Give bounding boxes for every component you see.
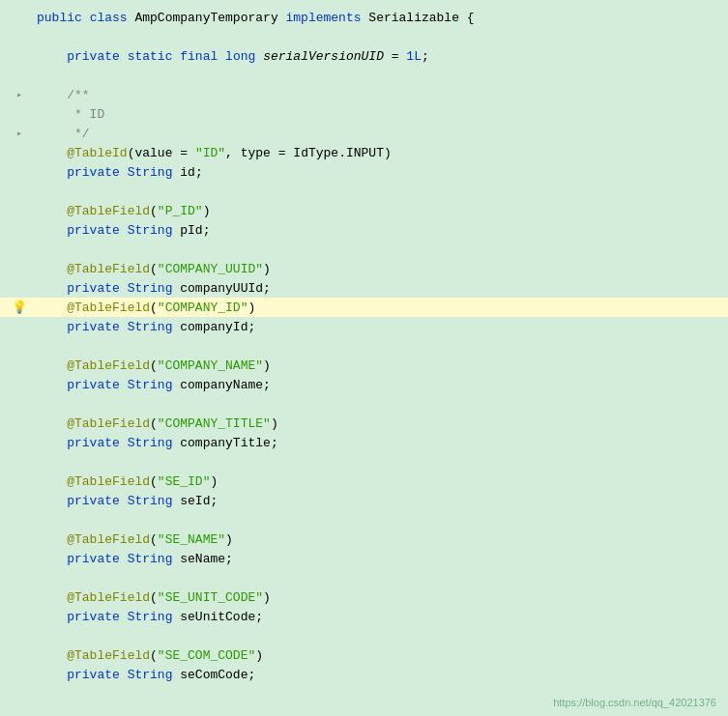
code-line <box>0 452 728 472</box>
code-line: private String seId; <box>0 491 728 510</box>
code-line <box>0 568 728 587</box>
code-line: private String companyId; <box>0 317 728 336</box>
code-line: @TableField("COMPANY_TITLE") <box>0 414 728 433</box>
line-gutter: ▸ <box>10 89 29 100</box>
code-line: @TableField("COMPANY_UUID") <box>0 259 728 278</box>
code-content: @TableField("COMPANY_UUID") <box>33 262 728 276</box>
code-line: * ID <box>0 104 728 124</box>
code-content: private String companyId; <box>33 320 728 334</box>
code-content: @TableField("COMPANY_NAME") <box>33 358 728 373</box>
code-line: @TableField("SE_UNIT_CODE") <box>0 587 728 607</box>
code-line: @TableField("P_ID") <box>0 201 728 220</box>
code-content: private String seComCode; <box>33 668 728 682</box>
code-content: public class AmpCompanyTemporary impleme… <box>33 11 728 25</box>
code-content <box>33 513 728 528</box>
line-gutter: ▸ <box>10 128 29 139</box>
code-line <box>0 626 728 645</box>
code-content <box>33 571 728 586</box>
code-content: @TableField("COMPANY_ID") <box>33 301 728 315</box>
code-content: @TableId(value = "ID", type = IdType.INP… <box>33 146 728 160</box>
code-content: * ID <box>33 107 728 122</box>
code-line: @TableField("SE_NAME") <box>0 530 728 549</box>
code-line: private String seName; <box>0 549 728 568</box>
code-line: private String seUnitCode; <box>0 607 728 626</box>
code-content <box>33 397 728 412</box>
bulb-icon[interactable]: 💡 <box>12 300 27 315</box>
code-content <box>33 339 728 354</box>
code-content: @TableField("SE_UNIT_CODE") <box>33 590 728 605</box>
line-gutter: 💡 <box>10 300 29 315</box>
code-line <box>0 27 728 46</box>
code-content: */ <box>33 127 728 141</box>
code-editor: public class AmpCompanyTemporary impleme… <box>0 0 728 716</box>
code-content <box>33 455 728 470</box>
code-line: 💡 @TableField("COMPANY_ID") <box>0 298 728 317</box>
code-content: @TableField("SE_ID") <box>33 474 728 489</box>
code-line: ▸ */ <box>0 124 728 143</box>
code-content: @TableField("SE_NAME") <box>33 532 728 547</box>
code-content: private String companyName; <box>33 378 728 392</box>
code-line: @TableField("SE_ID") <box>0 472 728 491</box>
code-line: @TableField("SE_COM_CODE") <box>0 645 728 665</box>
code-line: @TableField("COMPANY_NAME") <box>0 356 728 375</box>
code-line: ▸ /** <box>0 85 728 104</box>
code-line <box>0 182 728 201</box>
code-content: private String companyTitle; <box>33 436 728 450</box>
code-line: private String seComCode; <box>0 665 728 684</box>
code-content <box>33 185 728 199</box>
code-line: @TableId(value = "ID", type = IdType.INP… <box>0 143 728 162</box>
code-content: private String seUnitCode; <box>33 610 728 624</box>
code-content: private String companyUUId; <box>33 281 728 296</box>
code-line <box>0 336 728 356</box>
code-line: private String id; <box>0 162 728 182</box>
code-content <box>33 629 728 644</box>
code-content <box>33 30 728 44</box>
code-content: private static final long serialVersionU… <box>33 49 728 64</box>
code-content <box>33 243 728 257</box>
code-content: private String id; <box>33 165 728 180</box>
code-line: private String pId; <box>0 220 728 240</box>
code-content: private String seId; <box>33 494 728 508</box>
code-content: private String pId; <box>33 223 728 238</box>
code-content: @TableField("P_ID") <box>33 204 728 218</box>
code-line <box>0 240 728 259</box>
code-line: private String companyTitle; <box>0 433 728 452</box>
code-content <box>33 69 728 83</box>
code-line: public class AmpCompanyTemporary impleme… <box>0 8 728 27</box>
code-content: /** <box>33 88 728 102</box>
code-content: @TableField("SE_COM_CODE") <box>33 648 728 663</box>
watermark: https://blog.csdn.net/qq_42021376 <box>553 697 716 708</box>
code-content: private String seName; <box>33 552 728 566</box>
code-content: @TableField("COMPANY_TITLE") <box>33 416 728 431</box>
code-line <box>0 66 728 85</box>
code-line <box>0 394 728 414</box>
code-line: private String companyUUId; <box>0 278 728 298</box>
code-line: private static final long serialVersionU… <box>0 46 728 66</box>
code-line <box>0 510 728 530</box>
code-line: private String companyName; <box>0 375 728 394</box>
